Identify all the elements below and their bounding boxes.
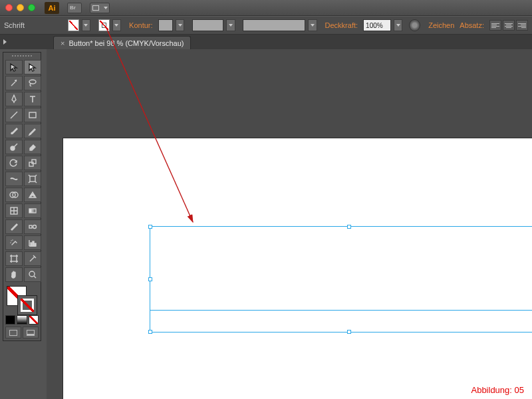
figure-caption: Abbildung: 05 [471,385,524,395]
minimize-window-button[interactable] [17,4,24,11]
svg-rect-3 [29,162,33,166]
hand-tool[interactable] [5,267,23,282]
line-tool[interactable] [5,108,23,122]
scale-tool[interactable] [24,156,41,170]
brush-definition-dropdown[interactable] [308,19,317,31]
svg-rect-10 [29,225,32,228]
graph-tool[interactable] [24,235,41,250]
svg-rect-12 [31,243,32,246]
stroke-swatch[interactable] [98,19,110,31]
artboard[interactable]: Abbildung: 05 [63,138,532,399]
maximize-window-button[interactable] [28,4,35,11]
eraser-tool[interactable] [24,140,41,154]
canvas-stage[interactable]: Abbildung: 05 [47,49,532,399]
slice-tool[interactable] [24,251,41,266]
document-tab[interactable]: × Button* bei 98 % (CMYK/Vorschau) [53,36,191,49]
direct-selection-tool[interactable] [24,60,41,74]
rectangle-tool[interactable] [24,108,41,122]
fill-stroke-indicator[interactable] [5,285,40,314]
fill-dropdown[interactable] [82,19,90,31]
lasso-tool[interactable] [24,76,41,90]
screen-mode-change[interactable] [23,327,39,338]
character-panel-link[interactable]: Zeichen [428,21,454,29]
opacity-input[interactable]: 100% [363,19,391,31]
screen-mode-normal[interactable] [5,327,21,338]
paragraph-align-group [489,20,528,31]
align-right-button[interactable] [516,20,528,31]
perspective-grid-tool[interactable] [24,188,41,202]
screen-mode-row [5,327,39,338]
shape-builder-tool[interactable] [5,188,23,202]
stroke-profile-field[interactable] [192,19,223,31]
svg-rect-14 [35,243,36,246]
color-mode-none[interactable] [29,315,39,325]
magic-wand-tool[interactable] [5,76,23,90]
opacity-dropdown[interactable] [394,19,402,31]
svg-rect-1 [29,112,36,118]
selection-tool[interactable] [5,60,23,74]
brush-definition-field[interactable] [243,19,305,31]
svg-rect-5 [30,176,35,182]
bridge-button[interactable]: Br [67,3,82,13]
artboard-tool[interactable] [5,251,23,266]
stroke-weight-field[interactable] [158,19,174,31]
color-mode-gradient[interactable] [17,315,27,325]
svg-point-0 [29,80,36,84]
symbol-sprayer-tool[interactable] [5,235,23,250]
arrange-documents-button[interactable] [90,3,110,13]
paragraph-panel-link[interactable]: Absatz: [460,21,484,29]
rotate-tool[interactable] [5,156,23,170]
pencil-tool[interactable] [24,124,41,138]
align-left-button[interactable] [489,20,501,31]
fill-swatch[interactable] [68,19,79,31]
stroke-profile-dropdown[interactable] [226,19,235,31]
recolor-artwork-button[interactable] [409,19,420,31]
app-logo: Ai [45,2,59,14]
close-tab-icon[interactable]: × [61,39,65,47]
svg-point-11 [33,225,37,229]
tools-grip[interactable] [5,53,39,59]
deckkraft-label: Deckkraft: [325,21,358,29]
selected-edge [150,310,532,311]
pen-tool[interactable] [5,92,23,106]
color-mode-solid[interactable] [5,315,15,325]
tools-panel [3,52,41,341]
svg-rect-13 [33,241,34,246]
schrift-label: Schrift [4,21,25,29]
color-mode-row [5,315,39,325]
stroke-dropdown[interactable] [112,19,121,31]
document-tab-strip: × Button* bei 98 % (CMYK/Vorschau) [0,35,532,49]
eyedropper-tool[interactable] [5,219,23,234]
gradient-tool[interactable] [24,203,41,218]
svg-rect-15 [11,256,17,261]
window-controls [5,4,35,11]
kontur-label: Kontur: [129,21,152,29]
blob-brush-tool[interactable] [5,140,23,154]
panel-expand-icon[interactable] [0,35,9,49]
free-transform-tool[interactable] [24,172,41,186]
document-tab-title: Button* bei 98 % (CMYK/Vorschau) [68,39,184,47]
stroke-weight-dropdown[interactable] [176,19,184,31]
selection-bounding-box[interactable] [150,226,532,332]
svg-rect-4 [32,160,36,164]
window-titlebar: Ai Br [0,0,532,16]
type-tool[interactable] [24,92,41,106]
mesh-tool[interactable] [5,203,23,218]
svg-rect-9 [29,209,36,213]
zoom-tool[interactable] [24,267,41,282]
width-tool[interactable] [5,172,23,186]
close-window-button[interactable] [5,4,13,11]
svg-point-16 [29,271,35,277]
stroke-indicator[interactable] [17,295,37,315]
paintbrush-tool[interactable] [5,124,23,138]
align-center-button[interactable] [503,20,515,31]
blend-tool[interactable] [24,219,41,234]
options-bar: Schrift Kontur: Deckkraft: 100% Zeichen … [0,16,532,35]
